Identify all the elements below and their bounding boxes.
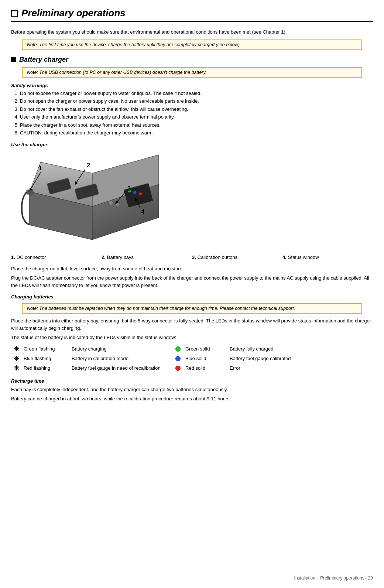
led-row: ✳ Blue flashing Battery in calibration m… xyxy=(11,354,373,363)
use-charger-label: Use the charger xyxy=(11,142,373,147)
svg-rect-10 xyxy=(27,190,33,194)
list-item: Place the charger in a cool spot, away f… xyxy=(20,122,373,129)
battery-charger-heading: Battery charger xyxy=(11,56,373,64)
status-window-label: Status window xyxy=(288,254,319,260)
diagram-label-1: 1. DC connector xyxy=(11,254,102,260)
charger-diagram: 1 2 3 4 xyxy=(18,151,373,251)
intro-note-box: Note: The first time you use the device,… xyxy=(22,40,362,50)
svg-point-9 xyxy=(139,192,142,195)
svg-point-8 xyxy=(133,191,136,194)
led-flash-label: Red flashing xyxy=(21,363,69,373)
led-flash-icon: ✳ xyxy=(11,354,21,363)
recharge-para1: Each bay is completely independent, and … xyxy=(11,386,373,393)
led-solid-icon xyxy=(173,363,183,373)
led-solid-icon xyxy=(173,354,183,363)
svg-text:2: 2 xyxy=(87,162,90,168)
led-status-table: ✳ Green flashing Battery charging Green … xyxy=(11,344,373,373)
plug-text: Plug the DC/AC adapter connector from th… xyxy=(11,274,373,289)
section-square-icon xyxy=(11,57,16,62)
diagram-labels-row: 1. DC connector 2. Battery bays 3. Calib… xyxy=(11,254,373,260)
battery-charger-heading-text: Battery charger xyxy=(19,56,68,64)
charging-batteries-label: Charging batteries xyxy=(11,294,373,300)
svg-point-12 xyxy=(115,202,120,206)
battery-charger-note-box: Note: The USB connection (to PC or any o… xyxy=(22,67,362,78)
recharge-para2: Battery can be charged in about two hour… xyxy=(11,395,373,403)
led-solid-description: Error xyxy=(227,363,373,373)
intro-note-text: Note: The first time you use the device,… xyxy=(27,42,241,47)
placement-text: Place the charger on a flat, level surfa… xyxy=(11,265,373,273)
charger-svg: 1 2 3 4 xyxy=(18,151,174,247)
list-item: Do not expose the charger or power suppl… xyxy=(20,90,373,97)
led-solid-description: Battery fully charged xyxy=(227,344,373,354)
intro-paragraph: Before operating the system you should m… xyxy=(11,28,373,36)
led-flash-label: Blue flashing xyxy=(21,354,69,363)
led-solid-label: Blue solid xyxy=(183,354,227,363)
list-item: User only the manufacturer's power suppl… xyxy=(20,113,373,121)
led-row: ✳ Green flashing Battery charging Green … xyxy=(11,344,373,354)
led-row: ✳ Red flashing Battery fuel gauge in nee… xyxy=(11,363,373,373)
diagram-label-2: 2. Battery bays xyxy=(102,254,192,260)
led-flash-icon: ✳ xyxy=(11,363,21,373)
diagram-label-4: 4. Status window xyxy=(282,254,373,260)
led-solid-label: Red solid xyxy=(183,363,227,373)
page-title-text: Preliminary operations xyxy=(21,7,126,19)
list-item: CAUTION: during recalibration the charge… xyxy=(20,129,373,137)
led-flash-label: Green flashing xyxy=(21,344,69,354)
led-flash-description: Battery charging xyxy=(69,344,173,354)
led-solid-description: Battery fuel gauge calibrated xyxy=(227,354,373,363)
title-checkbox xyxy=(11,10,18,17)
list-item: Do not cover the fan exhaust or obstruct… xyxy=(20,106,373,113)
led-flash-icon: ✳ xyxy=(11,344,21,354)
charging-note-text: Note: The batteries must be replaced whe… xyxy=(27,306,295,311)
diagram-label-3: 3. Calibration buttons xyxy=(192,254,282,260)
safety-warnings-label: Safety warnings xyxy=(11,83,373,88)
svg-text:1: 1 xyxy=(39,165,42,171)
svg-text:3: 3 xyxy=(127,185,131,192)
charging-note-box: Note: The batteries must be replaced whe… xyxy=(22,303,362,314)
recharge-time-label: Recharge time xyxy=(11,378,373,384)
place-text: Place the batteries into either battery … xyxy=(11,317,373,332)
svg-text:4: 4 xyxy=(141,209,144,215)
battery-charger-note-text: Note: The USB connection (to PC or any o… xyxy=(27,70,206,75)
list-item: Do not open the charger or power supply … xyxy=(20,98,373,105)
led-solid-icon xyxy=(173,344,183,354)
safety-warnings-list: Do not expose the charger or power suppl… xyxy=(20,90,373,137)
footer: Installation – Preliminary operations– 2… xyxy=(294,575,373,581)
status-text: The status of the battery is indicated b… xyxy=(11,334,373,341)
page-title: Preliminary operations xyxy=(11,7,373,22)
led-solid-label: Green solid xyxy=(183,344,227,354)
led-flash-description: Battery in calibration mode xyxy=(69,354,173,363)
led-flash-description: Battery fuel gauge in need of recalibrat… xyxy=(69,363,173,373)
svg-point-11 xyxy=(109,201,113,205)
